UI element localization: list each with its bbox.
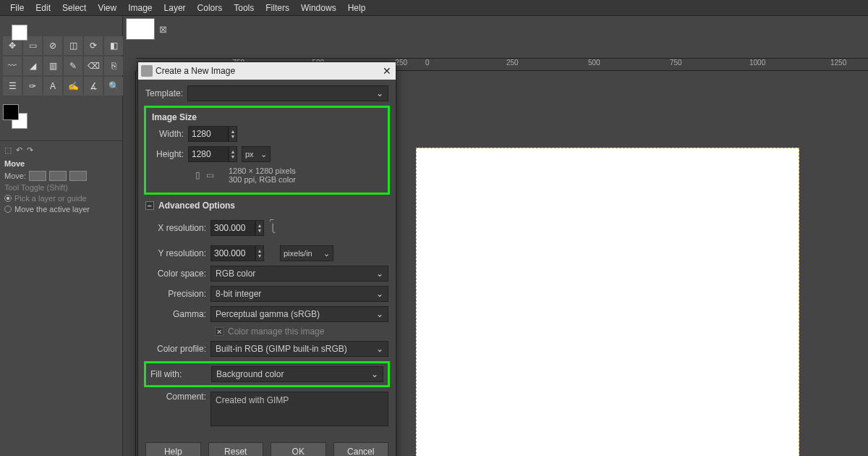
colorspace-select[interactable]: RGB color⌄ — [210, 266, 388, 282]
dialog-button-row: Help Reset OK Cancel — [138, 436, 396, 456]
lasso-icon[interactable]: ⊘ — [43, 36, 62, 55]
template-select[interactable]: ⌄ — [187, 85, 388, 101]
yres-spinner[interactable]: ▲▼ — [255, 245, 264, 261]
height-label: Height: — [152, 149, 188, 159]
menu-file[interactable]: File — [4, 1, 30, 15]
xres-spinner[interactable]: ▲▼ — [255, 220, 264, 236]
chevron-down-icon: ⌄ — [371, 369, 378, 379]
bucket-icon[interactable]: ◢ — [23, 56, 42, 75]
gamma-select[interactable]: Perceptual gamma (sRGB)⌄ — [210, 306, 388, 322]
radio-move-active[interactable] — [4, 206, 12, 213]
image-size-group: Image Size Width: ▲▼ Height: ▲▼ px⌄ ▯ ▭ … — [144, 106, 390, 195]
colormanage-label: Color manage this image — [228, 326, 324, 337]
colormanage-checkbox[interactable]: ✕ — [215, 327, 224, 336]
size-unit-label: px — [245, 150, 254, 159]
width-spinner[interactable]: ▲▼ — [229, 126, 237, 142]
move-mode-selection-icon[interactable] — [49, 171, 67, 181]
height-input[interactable] — [188, 146, 229, 162]
colorspace-label: Color space: — [145, 269, 210, 279]
ruler-tick: 1000 — [749, 59, 765, 67]
width-input[interactable] — [188, 126, 229, 142]
tooloptions-tab-icon-3[interactable]: ↷ — [27, 145, 33, 155]
ruler-tick: 1250 — [830, 59, 846, 67]
eraser-icon[interactable]: ⌫ — [84, 56, 103, 75]
link-resolution-icon[interactable]: ⌐⎩ — [267, 215, 278, 241]
image-tab-thumb[interactable] — [126, 18, 155, 40]
image-tabstrip: ⊠ — [123, 16, 868, 42]
menu-view[interactable]: View — [92, 1, 122, 15]
warp-icon[interactable]: 〰 — [3, 56, 22, 75]
menu-windows[interactable]: Windows — [295, 1, 342, 15]
tooloptions-tab-icon-2[interactable]: ↶ — [16, 145, 22, 155]
landscape-icon[interactable]: ▭ — [206, 170, 214, 180]
menu-bar: File Edit Select View Image Layer Colors… — [0, 0, 868, 16]
clone-icon[interactable]: ⎘ — [104, 56, 123, 75]
pencil-icon[interactable]: ✎ — [64, 56, 82, 75]
move-mode-path-icon[interactable] — [69, 171, 87, 181]
menu-colors[interactable]: Colors — [192, 1, 229, 15]
measure-icon[interactable]: ∡ — [84, 77, 103, 96]
yres-input[interactable] — [210, 245, 255, 261]
advanced-options-title: Advanced Options — [158, 200, 235, 211]
comment-label: Comment: — [145, 392, 210, 402]
radio-pick-layer[interactable] — [4, 195, 12, 202]
zoom-icon[interactable]: 🔍 — [104, 77, 123, 96]
chevron-down-icon: ⌄ — [376, 344, 383, 354]
menu-edit[interactable]: Edit — [30, 1, 56, 15]
precision-select[interactable]: 8-bit integer⌄ — [210, 286, 388, 302]
mini-swatch[interactable] — [12, 25, 27, 41]
advanced-options-toggle[interactable]: − Advanced Options — [145, 200, 388, 211]
move-mode-layer-icon[interactable] — [29, 171, 46, 181]
ruler-tick: 500 — [588, 59, 600, 67]
template-label: Template: — [145, 88, 183, 98]
chevron-down-icon: ⌄ — [376, 289, 383, 299]
menu-layer[interactable]: Layer — [158, 1, 192, 15]
yres-label: Y resolution: — [145, 248, 210, 258]
picker-icon[interactable]: ✍ — [64, 77, 82, 96]
chevron-down-icon: ⌄ — [376, 269, 383, 279]
comment-textarea[interactable]: Created with GIMP — [210, 392, 388, 426]
chevron-down-icon: ⌄ — [376, 88, 383, 98]
menu-filters[interactable]: Filters — [260, 1, 295, 15]
fill-with-row: Fill with: Background color⌄ — [144, 361, 390, 387]
dialog-close-icon[interactable]: ✕ — [383, 65, 391, 77]
size-unit-select[interactable]: px⌄ — [242, 146, 271, 162]
chevron-down-icon: ⌄ — [376, 309, 383, 319]
radio-pick-layer-label: Pick a layer or guide — [14, 194, 87, 203]
smudge-icon[interactable]: ☰ — [3, 77, 22, 96]
dialog-titlebar[interactable]: Create a New Image ✕ — [138, 62, 396, 80]
gradient-icon[interactable]: ▥ — [43, 56, 62, 75]
reset-button[interactable]: Reset — [208, 442, 264, 456]
tooloptions-tab-icon[interactable]: ⬚ — [4, 145, 12, 155]
colorprofile-select[interactable]: Built-in RGB (GIMP built-in sRGB)⌄ — [210, 341, 388, 357]
menu-select[interactable]: Select — [56, 1, 92, 15]
ok-button[interactable]: OK — [271, 442, 326, 456]
fg-color-swatch[interactable] — [3, 104, 19, 120]
chevron-down-icon: ⌄ — [260, 150, 267, 159]
height-spinner[interactable]: ▲▼ — [229, 146, 237, 162]
xres-input[interactable] — [210, 220, 255, 236]
fillwith-select[interactable]: Background color⌄ — [211, 366, 383, 382]
crop-icon[interactable]: ◫ — [64, 36, 82, 55]
ruler-tick: 250 — [506, 59, 519, 67]
color-swatches[interactable] — [3, 104, 33, 135]
xres-label: X resolution: — [145, 223, 210, 233]
rotate-icon[interactable]: ⟳ — [84, 36, 103, 55]
menu-image[interactable]: Image — [122, 1, 158, 15]
canvas[interactable] — [416, 148, 799, 456]
ruler-tick: 0 — [425, 59, 430, 67]
help-button[interactable]: Help — [145, 442, 201, 456]
portrait-icon[interactable]: ▯ — [195, 170, 200, 180]
paths-icon[interactable]: ✑ — [23, 77, 42, 96]
move-label: Move: — [4, 172, 26, 180]
transform-icon[interactable]: ◧ — [104, 36, 123, 55]
cancel-button[interactable]: Cancel — [333, 442, 389, 456]
image-tab-close-icon[interactable]: ⊠ — [159, 24, 167, 35]
fillwith-value: Background color — [216, 369, 284, 379]
dialog-app-icon — [141, 65, 153, 77]
menu-tools[interactable]: Tools — [228, 1, 260, 15]
res-unit-select[interactable]: pixels/in⌄ — [280, 245, 333, 261]
text-icon[interactable]: A — [43, 77, 62, 96]
menu-help[interactable]: Help — [342, 1, 372, 15]
dialog-title: Create a New Image — [156, 66, 383, 76]
